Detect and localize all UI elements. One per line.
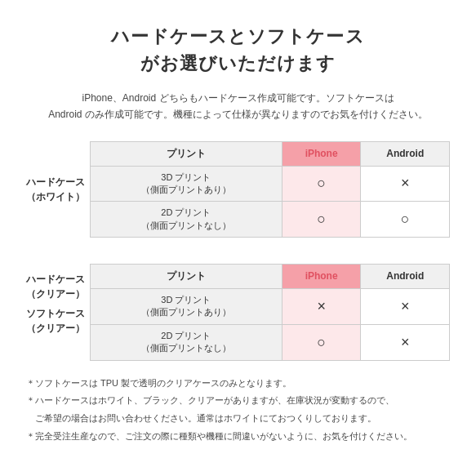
section2-col-iphone: iPhone <box>282 265 361 289</box>
description-text: iPhone、Android どちらもハードケース作成可能です。ソフトケースは … <box>48 92 428 120</box>
section1-header-line1: ハードケース <box>26 175 85 189</box>
section1: ハードケース （ホワイト） プリント iPhone Android 3D プリン… <box>26 141 450 238</box>
note-item: ご希望の場合はお問い合わせください。通常はホワイトにておつくりしております。 <box>26 411 450 427</box>
section2-header1-line2: （クリアー） <box>26 287 85 301</box>
table-row: 3D プリント（側面プリントあり） <box>91 166 282 202</box>
section1-header-line2: （ホワイト） <box>26 189 85 204</box>
notes: ＊ソフトケースは TPU 製で透明のクリアケースのみとなります。＊ハードケースは… <box>26 376 450 445</box>
note-item: ＊ソフトケースは TPU 製で透明のクリアケースのみとなります。 <box>26 376 450 392</box>
table-row: × <box>282 288 361 324</box>
note-item: ＊完全受注生産なので、ご注文の際に種類や機種に間違いがないように、お気を付けくだ… <box>26 429 450 445</box>
section-gap <box>26 252 450 264</box>
table-row: ○ <box>282 202 361 238</box>
section2-col-android: Android <box>361 265 450 289</box>
section2-header2-line2: （クリアー） <box>26 321 85 336</box>
table-row: × <box>361 324 450 360</box>
table-row: 2D プリント（側面プリントなし） <box>91 324 282 360</box>
table-row: × <box>361 288 450 324</box>
section2-col-print: プリント <box>91 265 282 289</box>
section2-table: プリント iPhone Android 3D プリント（側面プリントあり）××2… <box>90 264 450 360</box>
title-line2: がお選びいただけます <box>26 50 450 77</box>
section2-table-wrapper: ハードケース （クリアー） ソフトケース （クリアー） プリント iPhone … <box>26 264 450 360</box>
section1-table-wrapper: ハードケース （ホワイト） プリント iPhone Android 3D プリン… <box>26 141 450 238</box>
section2: ハードケース （クリアー） ソフトケース （クリアー） プリント iPhone … <box>26 264 450 360</box>
table-row: × <box>361 166 450 202</box>
section2-iphone-label: iPhone <box>305 270 338 282</box>
section1-row-header: ハードケース （ホワイト） <box>26 141 90 238</box>
table-row: ○ <box>361 202 450 238</box>
section1-table: プリント iPhone Android 3D プリント（側面プリントあり）○×2… <box>90 141 450 238</box>
main-title: ハードケースとソフトケース がお選びいただけます <box>26 23 450 77</box>
section1-col-iphone: iPhone <box>282 141 361 166</box>
title-line1: ハードケースとソフトケース <box>26 23 450 50</box>
section1-col-android: Android <box>361 141 450 166</box>
note-item: ＊ハードケースはホワイト、ブラック、クリアーがありますが、在庫状況が変動するので… <box>26 393 450 409</box>
section1-col-print: プリント <box>91 141 282 166</box>
table-row: ○ <box>282 324 361 360</box>
table-row: 2D プリント（側面プリントなし） <box>91 202 282 238</box>
description: iPhone、Android どちらもハードケース作成可能です。ソフトケースは … <box>26 90 450 123</box>
table-row: 3D プリント（側面プリントあり） <box>91 288 282 324</box>
section1-iphone-label: iPhone <box>305 148 338 159</box>
section2-header1-line1: ハードケース <box>26 272 85 287</box>
section2-header2-line1: ソフトケース <box>26 306 85 321</box>
section2-row-header: ハードケース （クリアー） ソフトケース （クリアー） <box>26 264 90 360</box>
table-row: ○ <box>282 166 361 202</box>
